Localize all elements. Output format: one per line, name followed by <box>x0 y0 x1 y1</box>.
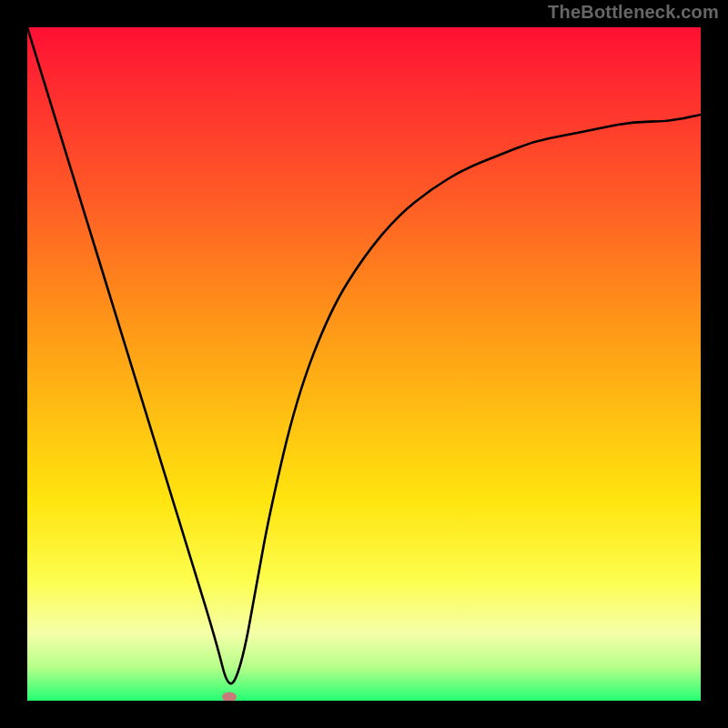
plot-area <box>27 27 701 701</box>
curve-svg <box>27 27 701 701</box>
bottleneck-curve <box>27 27 701 683</box>
optimum-marker <box>222 693 237 701</box>
chart-frame: TheBottleneck.com <box>0 0 728 728</box>
watermark-text: TheBottleneck.com <box>548 2 719 23</box>
